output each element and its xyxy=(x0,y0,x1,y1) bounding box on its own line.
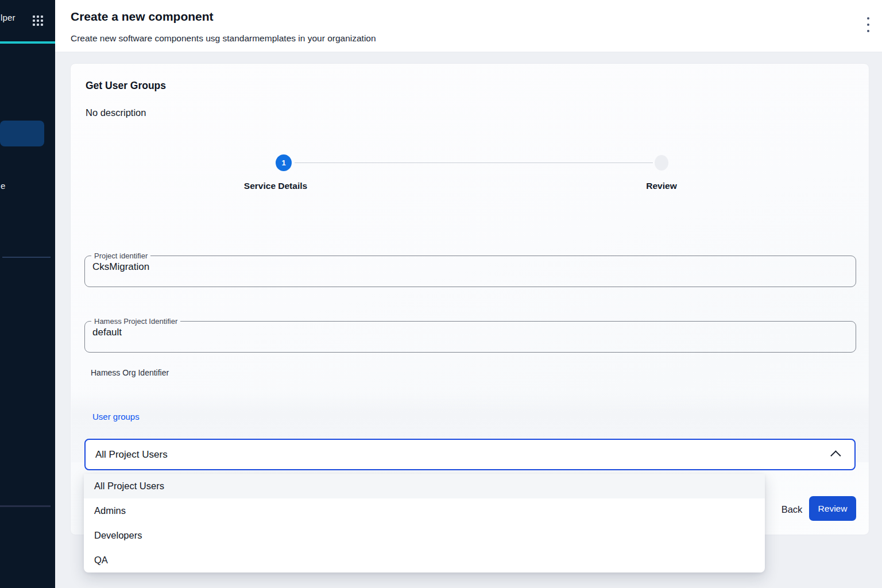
stepper-step-number: 1 xyxy=(281,158,285,167)
sidebar-divider xyxy=(0,505,51,507)
card-description: No description xyxy=(86,107,146,118)
kebab-menu-icon[interactable] xyxy=(861,16,875,33)
stepper-label-service-details: Service Details xyxy=(218,181,333,191)
sidebar-accent-line xyxy=(0,41,55,44)
stepper-label-review: Review xyxy=(604,181,719,191)
stepper-step-active[interactable]: 1 xyxy=(276,154,292,171)
user-groups-link[interactable]: User groups xyxy=(92,412,140,421)
project-identifier-input[interactable] xyxy=(85,260,856,280)
dropdown-option-qa[interactable]: QA xyxy=(84,548,765,572)
user-groups-dropdown: All Project Users Admins Developers QA xyxy=(84,474,765,572)
component-form-card: Get User Groups No description 1 Service… xyxy=(70,63,869,535)
back-button[interactable]: Back xyxy=(775,500,809,519)
user-groups-select[interactable]: All Project Users xyxy=(84,439,856,470)
sidebar-divider xyxy=(2,257,51,258)
sidebar-item-selected[interactable] xyxy=(0,121,44,146)
page-subtitle: Create new software components usg stand… xyxy=(71,33,376,44)
dropdown-option-developers[interactable]: Developers xyxy=(84,523,765,548)
hamess-project-identifier-label: Hamess Project Identifier xyxy=(91,317,180,326)
project-identifier-field: Project identifier xyxy=(84,252,856,287)
hamess-project-identifier-input[interactable] xyxy=(85,326,856,345)
apps-grid-icon[interactable] xyxy=(33,16,43,26)
page-title: Create a new component xyxy=(71,10,214,24)
page-header: Create a new component Create new softwa… xyxy=(55,0,882,52)
sidebar-item-label[interactable]: e xyxy=(1,181,5,191)
card-title: Get User Groups xyxy=(86,80,166,92)
project-identifier-label: Project identifier xyxy=(91,252,150,260)
dropdown-option-all-project-users[interactable]: All Project Users xyxy=(84,474,765,498)
brand-text: lper xyxy=(1,13,16,22)
review-button[interactable]: Review xyxy=(809,496,856,521)
user-groups-select-value: All Project Users xyxy=(95,449,168,461)
hamess-project-identifier-field: Hamess Project Identifier xyxy=(84,317,856,353)
dropdown-option-admins[interactable]: Admins xyxy=(84,498,765,523)
stepper-step-inactive[interactable] xyxy=(655,155,668,171)
chevron-up-icon xyxy=(830,450,841,461)
sidebar: lper e xyxy=(0,0,55,588)
stepper-connector-line xyxy=(295,163,653,163)
hamess-org-identifier-label: Hamess Org Identifier xyxy=(91,368,169,377)
